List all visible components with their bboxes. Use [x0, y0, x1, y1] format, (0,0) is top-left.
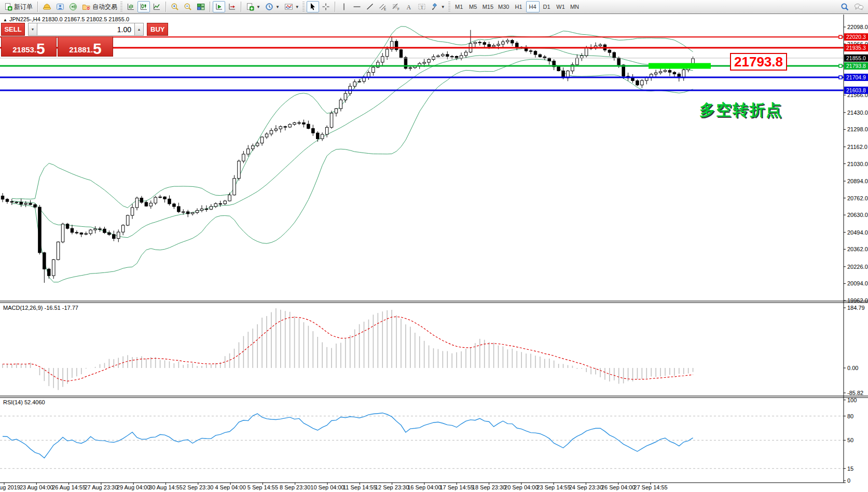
rsi-indicator	[0, 413, 844, 469]
candle-body	[529, 51, 532, 51]
symbol-info[interactable]: ▲JPN225-,H4 21830.0 21867.5 21802.5 2185…	[3, 16, 129, 22]
dropdown-caret-icon: ▼	[256, 5, 260, 9]
toolbar-drag-handle[interactable]	[448, 2, 450, 12]
trendline-tool-button[interactable]	[364, 1, 376, 12]
macd-signal-line	[3, 317, 693, 381]
candle-body	[1, 196, 4, 199]
highlight-band[interactable]	[649, 63, 711, 69]
timeframe-H1[interactable]: H1	[512, 1, 526, 12]
toolbar-drag-handle[interactable]	[302, 2, 305, 12]
fibonacci-tool-button[interactable]: F	[390, 1, 402, 12]
arrows-tool-button[interactable]: ▼	[429, 1, 447, 12]
new-order-button[interactable]: 新订单	[2, 1, 35, 12]
candle-body	[182, 212, 185, 212]
timeframe-M30[interactable]: M30	[496, 1, 511, 12]
text-label-tool-button[interactable]: T	[416, 1, 428, 12]
price-axis-tick-label: 20762.0	[847, 195, 868, 201]
time-axis[interactable]: 21 Aug 201923 Aug 04:0026 Aug 14:5527 Au…	[0, 484, 844, 491]
terminal-button[interactable]	[54, 1, 66, 12]
chart-area[interactable]: 22098.021966.021566.021430.021298.021162…	[0, 0, 868, 492]
price-axis-tick-label: 21162.0	[847, 144, 867, 150]
turning-point-annotation[interactable]: 多空转折点	[699, 100, 782, 121]
timeframe-MN[interactable]: MN	[568, 1, 582, 12]
candle-body	[358, 81, 361, 82]
candle-body	[274, 129, 278, 130]
auto-scroll-button[interactable]	[213, 1, 225, 12]
candle-body	[10, 201, 13, 202]
zoom-in-button[interactable]	[169, 1, 181, 12]
volume-increase-button[interactable]: ▲	[134, 23, 144, 36]
timeframe-M5[interactable]: M5	[466, 1, 480, 12]
tile-windows-button[interactable]	[195, 1, 207, 12]
volume-input[interactable]	[37, 23, 134, 36]
bollinger-bands	[12, 26, 693, 282]
price-axis-tick-label: 20494.0	[847, 229, 868, 236]
candle-body	[585, 48, 588, 56]
indicators-button[interactable]: ▼	[282, 1, 301, 12]
candle-body	[131, 208, 133, 215]
price-callout-box[interactable]: 21793.8	[730, 53, 787, 71]
candle-body	[492, 46, 495, 47]
candle-body	[339, 100, 342, 109]
chat-button[interactable]	[852, 1, 866, 12]
candle-body	[502, 42, 505, 45]
new-chart-button[interactable]: ▼	[244, 1, 263, 12]
line-anchor-marker[interactable]	[839, 76, 842, 79]
sell-price-box[interactable]: 21853.5	[1, 36, 57, 57]
rsi-label: RSI(14) 52.4060	[3, 399, 45, 405]
line-anchor-marker[interactable]	[839, 35, 842, 38]
bar-chart-mode-button[interactable]	[125, 1, 137, 12]
price-axis-tick-label: 21030.0	[847, 161, 868, 167]
candle-body	[196, 210, 199, 212]
candle-body	[48, 269, 51, 276]
candle-body	[224, 201, 227, 203]
candle-body	[163, 197, 167, 199]
rsi-axis-label: 100	[847, 397, 857, 403]
equidistant-channel-tool-button[interactable]: E	[377, 1, 389, 12]
buy-button[interactable]: BUY	[147, 23, 168, 36]
timeframe-M1[interactable]: M1	[452, 1, 466, 12]
candle-body	[312, 129, 315, 133]
periods-button[interactable]: ▼	[263, 1, 282, 12]
candle-body	[252, 146, 255, 149]
volume-decrease-button[interactable]: ▼	[28, 23, 37, 36]
metaeditor-button[interactable]	[40, 1, 53, 12]
timeframe-M15[interactable]: M15	[480, 1, 495, 12]
candle-body	[108, 233, 111, 235]
horizontal-line-tool-button[interactable]	[351, 1, 363, 12]
zoom-out-button[interactable]	[182, 1, 194, 12]
candle-body	[423, 62, 426, 63]
cursor-tool-button[interactable]	[307, 1, 319, 12]
buy-price-box[interactable]: 21881.5	[58, 36, 113, 57]
candle-body	[664, 71, 667, 72]
line-chart-mode-button[interactable]	[150, 1, 163, 12]
search-button[interactable]	[838, 1, 851, 12]
fibonacci-icon: F	[392, 3, 400, 11]
vertical-line-tool-button[interactable]	[338, 1, 350, 12]
toolbar-drag-handle[interactable]	[120, 2, 122, 12]
bollinger-upper-band	[12, 26, 693, 208]
strategy-tester-button[interactable]	[67, 1, 79, 12]
collapse-arrow-icon[interactable]: ▲	[3, 18, 7, 22]
rsi-axis-label: 50	[847, 437, 853, 443]
horizontal-line-icon	[353, 3, 361, 11]
crosshair-tool-button[interactable]	[320, 1, 332, 12]
candle-body	[321, 134, 324, 139]
timeframe-D1[interactable]: D1	[540, 1, 554, 12]
svg-text:A: A	[406, 4, 411, 11]
timeframe-H4[interactable]: H4	[526, 1, 540, 12]
candle-body	[24, 203, 27, 204]
candle-body	[613, 52, 616, 58]
candle-body	[265, 134, 268, 137]
candle-body	[581, 56, 584, 58]
price-axis-tick-label: 20226.0	[847, 264, 868, 270]
autotrading-button[interactable]: 自动交易	[80, 1, 119, 12]
text-tool-button[interactable]: A	[403, 1, 415, 12]
line-anchor-marker[interactable]	[839, 64, 842, 67]
clock-icon	[265, 3, 273, 11]
price-axis-tick-label: 22098.0	[847, 24, 868, 30]
chart-shift-button[interactable]	[226, 1, 238, 12]
sell-button[interactable]: SELL	[1, 23, 25, 36]
candlestick-mode-button[interactable]	[137, 1, 150, 12]
timeframe-W1[interactable]: W1	[554, 1, 568, 12]
